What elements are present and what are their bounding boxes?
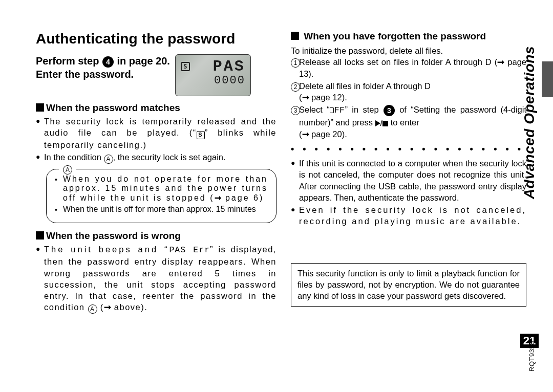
box-a-2: When the unit is off for more than appro…	[63, 205, 268, 215]
bullet-icon: ●	[291, 158, 299, 203]
doc-code: RQT9358	[528, 341, 536, 372]
arrow-icon: ➞	[302, 128, 309, 140]
stop-icon	[382, 121, 388, 126]
condition-a-box: A •When you do not operate for more than…	[46, 169, 276, 223]
play-icon	[375, 120, 380, 126]
bullet-icon: ●	[36, 244, 44, 314]
sub-forgot-text: When you have forgotten the password	[304, 31, 486, 41]
square-icon	[36, 103, 44, 112]
forgot-intro: To initialize the password, delete all f…	[291, 45, 526, 56]
arrow-icon: ➞	[302, 92, 309, 103]
perform-text: Perform step 4 in page 20. Enter the pas…	[36, 54, 170, 81]
perform-1: Perform step	[36, 55, 102, 67]
num-1: 1	[291, 56, 299, 79]
f1: Release all locks set on files in folder…	[299, 56, 526, 79]
circle-a-icon: A	[88, 304, 97, 314]
arrow-icon: ➞	[215, 193, 222, 203]
lcd-display: S PAS 0000	[175, 54, 251, 96]
bullet-icon: •	[55, 175, 63, 203]
sub-match: When the password matches	[36, 102, 276, 114]
columns: Authenticating the password Perform step…	[36, 31, 533, 315]
forgot-steps: 1Release all locks set on files in folde…	[291, 56, 526, 140]
circle-a-icon: A	[104, 155, 113, 164]
square-icon	[36, 231, 44, 239]
note2: Even if the security lock is not cancele…	[299, 204, 526, 227]
section-label: Advanced Operations	[521, 46, 538, 199]
pas-err-text: PAS Err	[169, 245, 210, 255]
lcd-zeros: 0000	[214, 74, 245, 87]
wrong-b1: The unit beeps and “PAS Err” is displaye…	[44, 244, 276, 314]
bullet-icon: ●	[36, 116, 44, 150]
box-a-1: When you do not operate for more than ap…	[63, 175, 268, 203]
arrow-icon: ➞	[104, 301, 111, 313]
right-column: When you have forgotten the password To …	[291, 31, 526, 315]
page-title: Authenticating the password	[36, 31, 276, 47]
lcd-pas: PAS	[213, 58, 245, 75]
off-icon: FF	[330, 105, 345, 116]
bullet-icon: ●	[291, 204, 299, 227]
disclaimer-box: This security function is only to limit …	[291, 263, 526, 307]
lcd-top: S PAS	[181, 58, 245, 75]
perform-3: Enter the password.	[36, 69, 134, 80]
sub-forgot: When you have forgotten the password	[291, 31, 526, 42]
bullet-icon: ●	[36, 151, 44, 164]
f2: Delete all files in folder A through D(➞…	[299, 80, 526, 103]
f3: Select “FF” in step 3 of “Setting the pa…	[299, 104, 526, 140]
num-3: 3	[291, 104, 299, 140]
notes: ●If this unit is connected to a computer…	[291, 158, 526, 227]
step-3-icon: 3	[384, 105, 395, 116]
play-stop-icon: /	[375, 117, 389, 128]
perform-row: Perform step 4 in page 20. Enter the pas…	[36, 54, 276, 96]
num-2: 2	[291, 80, 299, 103]
sub-wrong: When the password is wrong	[36, 230, 276, 242]
left-column: Authenticating the password Perform step…	[36, 31, 276, 315]
arrow-icon: ➞	[497, 56, 504, 68]
match-b1: The security lock is temporarily release…	[44, 116, 276, 150]
step-4-icon: 4	[102, 56, 114, 68]
wrong-body: ●The unit beeps and “PAS Err” is display…	[36, 244, 276, 314]
sub-match-text: When the password matches	[46, 102, 180, 113]
side-rail	[540, 0, 553, 392]
box-a-label: A	[59, 164, 76, 175]
manual-page: Authenticating the password Perform step…	[0, 0, 553, 392]
s-inline-icon: S	[197, 131, 205, 139]
lcd-s-icon: S	[181, 62, 190, 71]
match-b2: In the condition A, the security lock is…	[44, 151, 276, 164]
square-icon	[291, 32, 299, 40]
dotted-divider: • • • • • • • • • • • • • • • • • • • • …	[291, 144, 526, 155]
bullet-icon: •	[55, 205, 63, 215]
match-body: ●The security lock is temporarily releas…	[36, 116, 276, 164]
note1: If this unit is connected to a computer …	[299, 158, 526, 203]
perform-2: in page 20.	[114, 55, 170, 67]
circle-a-icon: A	[63, 165, 72, 175]
section-tab	[542, 61, 553, 97]
sub-wrong-text: When the password is wrong	[46, 230, 181, 241]
